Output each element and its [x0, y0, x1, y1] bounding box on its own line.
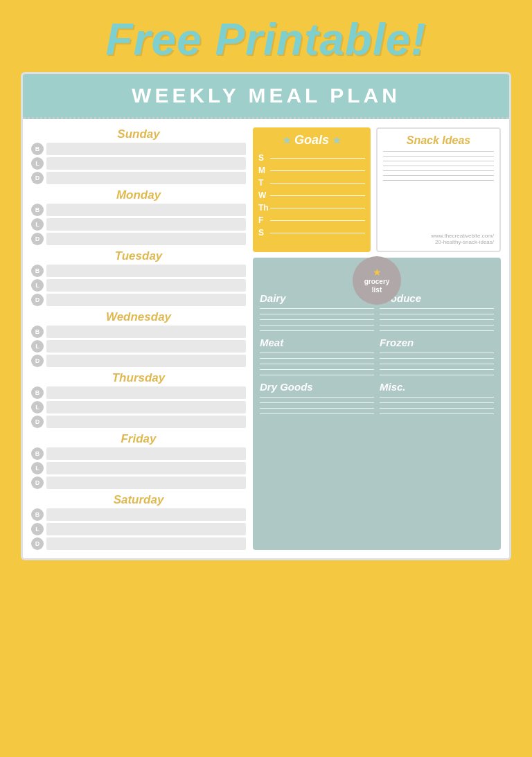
snack-line-4 [383, 166, 494, 166]
planner-header: WEEKLY MEAL PLAN [23, 74, 509, 119]
meal-input-line[interactable] [46, 416, 246, 428]
meal-input-line[interactable] [46, 386, 246, 399]
meal-row: B [31, 508, 246, 521]
meal-input-line[interactable] [46, 477, 246, 489]
meal-input-line[interactable] [46, 204, 246, 216]
day-label-wednesday: Wednesday [31, 310, 246, 324]
goals-day-line [270, 170, 365, 171]
grocery-line [380, 369, 494, 370]
meal-input-line[interactable] [46, 355, 246, 367]
grocery-cat-dry-goods: Dry Goods [260, 381, 374, 414]
meal-letter-circle: B [31, 386, 44, 399]
meal-input-line[interactable] [46, 157, 246, 170]
day-section-saturday: SaturdayBLD [31, 493, 246, 550]
grocery-line [260, 402, 374, 403]
meal-letter-circle: B [31, 143, 44, 155]
day-section-monday: MondayBLD [31, 188, 246, 245]
grocery-category-title: Dry Goods [260, 381, 374, 393]
grocery-line [260, 314, 374, 314]
meal-row: D [31, 233, 246, 245]
day-section-friday: FridayBLD [31, 432, 246, 489]
goals-day-row: F [258, 215, 365, 225]
goals-day-line [270, 208, 365, 208]
meal-rows-monday: BLD [31, 204, 246, 245]
meal-input-line[interactable] [46, 233, 246, 245]
goals-day-letter: W [258, 190, 267, 200]
meal-input-line[interactable] [46, 326, 246, 338]
grocery-line [260, 413, 374, 414]
grocery-lines [380, 308, 494, 331]
grocery-cat-dairy: Dairy [260, 292, 374, 331]
meal-input-line[interactable] [46, 265, 246, 277]
goals-day-row: W [258, 190, 365, 200]
snack-line-5 [383, 170, 494, 171]
day-label-sunday: Sunday [31, 127, 246, 141]
grocery-line [380, 353, 494, 353]
meal-letter-circle: D [31, 416, 44, 428]
meal-input-line[interactable] [46, 523, 246, 535]
meal-input-line[interactable] [46, 294, 246, 306]
meal-input-line[interactable] [46, 143, 246, 155]
meal-letter-circle: L [31, 340, 44, 353]
star-right-icon: ★ [332, 134, 342, 147]
meal-rows-saturday: BLD [31, 508, 246, 550]
top-right-row: ★ Goals ★ SMTWThFS Snack Ideas [253, 127, 501, 252]
meal-row: D [31, 537, 246, 550]
page-wrapper: Free Printable! WEEKLY MEAL PLAN SundayB… [7, 7, 525, 757]
meal-input-line[interactable] [46, 508, 246, 521]
goals-header: ★ Goals ★ [258, 133, 365, 148]
grocery-star-icon: ★ [373, 267, 382, 278]
meal-letter-circle: D [31, 537, 44, 550]
goals-day-line [270, 158, 365, 159]
grocery-box: ★ grocerylist DairyProduceMeatFrozenDry … [253, 258, 501, 550]
meal-rows-sunday: BLD [31, 143, 246, 184]
meal-letter-circle: L [31, 523, 44, 535]
meal-input-line[interactable] [46, 447, 246, 460]
meal-letter-circle: B [31, 508, 44, 521]
day-label-saturday: Saturday [31, 493, 246, 507]
day-section-wednesday: WednesdayBLD [31, 310, 246, 367]
goals-day-row: M [258, 166, 365, 175]
grocery-cat-frozen: Frozen [380, 337, 494, 375]
meal-row: B [31, 386, 246, 399]
meal-row: L [31, 462, 246, 474]
planner-title: WEEKLY MEAL PLAN [23, 84, 509, 107]
meal-letter-circle: D [31, 355, 44, 367]
day-section-tuesday: TuesdayBLD [31, 249, 246, 306]
grocery-cat-produce: Produce [380, 292, 494, 331]
meal-input-line[interactable] [46, 218, 246, 231]
grocery-line [380, 325, 494, 326]
meal-input-line[interactable] [46, 340, 246, 353]
meal-input-line[interactable] [46, 537, 246, 550]
meal-input-line[interactable] [46, 462, 246, 474]
meal-row: D [31, 172, 246, 184]
grocery-line [260, 364, 374, 364]
meal-input-line[interactable] [46, 279, 246, 292]
meal-rows-friday: BLD [31, 447, 246, 489]
meal-letter-circle: B [31, 447, 44, 460]
grocery-line [380, 402, 494, 403]
meal-row: B [31, 326, 246, 338]
meal-input-line[interactable] [46, 401, 246, 413]
goals-day-letter: T [258, 178, 267, 188]
meal-row: B [31, 265, 246, 277]
meal-letter-circle: D [31, 294, 44, 306]
meal-letter-circle: B [31, 204, 44, 216]
meal-input-line[interactable] [46, 172, 246, 184]
meal-row: L [31, 523, 246, 535]
meal-letter-circle: B [31, 326, 44, 338]
grocery-line [260, 308, 374, 309]
goals-day-letter: S [258, 228, 267, 238]
grocery-line [380, 397, 494, 398]
planner-body: SundayBLDMondayBLDTuesdayBLDWednesdayBLD… [23, 119, 509, 558]
meal-row: B [31, 447, 246, 460]
grocery-line [260, 408, 374, 409]
grocery-line [380, 358, 494, 359]
star-left-icon: ★ [282, 134, 292, 147]
grocery-line [380, 375, 494, 375]
meal-row: B [31, 143, 246, 155]
meal-letter-circle: D [31, 172, 44, 184]
grocery-grid: DairyProduceMeatFrozenDry GoodsMisc. [260, 292, 494, 414]
meal-letter-circle: L [31, 462, 44, 474]
meal-letter-circle: L [31, 157, 44, 170]
